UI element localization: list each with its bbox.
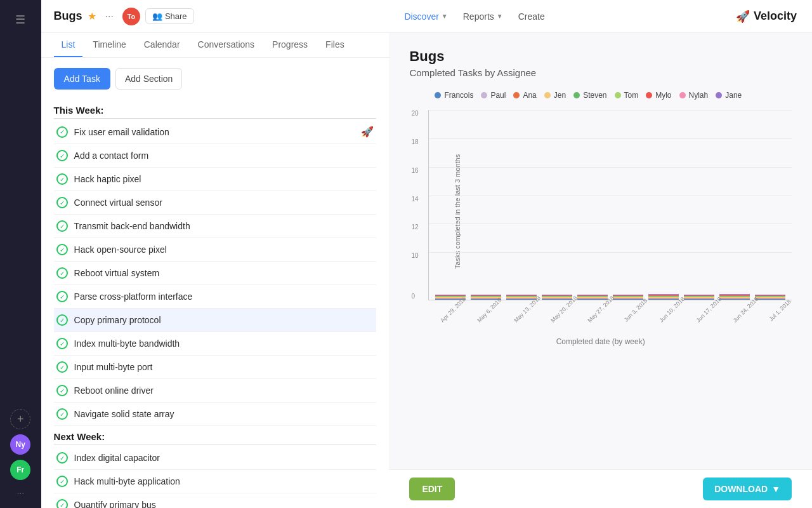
sidebar-more[interactable]: ··· xyxy=(14,485,27,500)
share-button[interactable]: 👥 Share xyxy=(145,8,194,24)
task-item[interactable]: Navigate solid state array xyxy=(54,403,377,426)
tab-calendar[interactable]: Calendar xyxy=(136,33,188,57)
nav-discover[interactable]: Discover ▼ xyxy=(404,11,447,22)
task-label: Reboot virtual system xyxy=(74,268,374,278)
task-item[interactable]: Add a contact form xyxy=(54,144,377,168)
top-bar: Bugs ★ ··· To 👥 Share xyxy=(41,0,390,33)
avatar[interactable]: To xyxy=(122,8,140,25)
task-item[interactable]: Hack open-source pixel xyxy=(54,238,377,262)
task-item[interactable]: Index multi-byte bandwidth xyxy=(54,332,377,356)
legend-dot xyxy=(544,92,551,98)
task-label: Quantify primary bus xyxy=(74,500,374,508)
tab-files[interactable]: Files xyxy=(318,33,352,57)
task-checkbox[interactable] xyxy=(56,220,68,232)
task-checkbox[interactable] xyxy=(56,267,68,279)
task-checkbox[interactable] xyxy=(56,291,68,302)
section-this-week: This Week: xyxy=(54,100,377,119)
more-button[interactable]: ··· xyxy=(102,10,117,23)
bar-group[interactable] xyxy=(719,294,750,300)
task-item[interactable]: Reboot online driver xyxy=(54,379,377,403)
bar-group[interactable] xyxy=(577,295,608,300)
x-axis-label: Apr 29, 2018 xyxy=(440,297,466,323)
bar-group[interactable] xyxy=(755,295,785,300)
task-checkbox[interactable] xyxy=(56,126,68,138)
legend-steven: Steven xyxy=(573,91,606,100)
tab-list[interactable]: List xyxy=(54,33,83,57)
task-checkbox[interactable] xyxy=(56,499,68,508)
task-label: Hack haptic pixel xyxy=(74,174,374,184)
task-checkbox[interactable] xyxy=(56,244,68,255)
task-checkbox[interactable] xyxy=(56,197,68,208)
x-axis-label: Jun 3, 2018 xyxy=(623,297,648,323)
task-checkbox[interactable] xyxy=(56,314,68,326)
section-next-week: Next Week: xyxy=(54,426,377,445)
legend-dot xyxy=(615,92,621,98)
task-checkbox[interactable] xyxy=(56,173,68,185)
sidebar: ☰ + Ny Fr ··· xyxy=(0,0,41,508)
bar-segment xyxy=(542,299,572,300)
sidebar-add-workspace[interactable]: + xyxy=(10,409,30,429)
task-checkbox[interactable] xyxy=(56,385,68,396)
page-title: Bugs xyxy=(54,10,82,23)
discover-chevron-icon: ▼ xyxy=(442,13,448,20)
sidebar-toggle[interactable]: ☰ xyxy=(10,8,30,32)
velocity-brand: 🚀 Velocity xyxy=(736,10,797,23)
task-item[interactable]: Fix user email validation 🚀 xyxy=(54,120,377,144)
task-label: Connect virtual sensor xyxy=(74,197,374,208)
task-label: Input multi-byte port xyxy=(74,362,374,372)
bar-group[interactable] xyxy=(613,295,643,300)
x-axis-label: May 20, 2018 xyxy=(549,297,576,323)
task-item[interactable]: Connect virtual sensor xyxy=(54,191,377,215)
right-top-nav: Discover ▼ Reports ▼ Create 🚀 Velocity xyxy=(389,0,812,33)
task-item[interactable]: Parse cross-platform interface xyxy=(54,285,377,309)
task-label: Navigate solid state array xyxy=(74,409,374,419)
nav-create[interactable]: Create xyxy=(518,11,545,22)
task-item-copy-primary[interactable]: Copy primary protocol xyxy=(54,309,377,332)
left-panel: Bugs ★ ··· To 👥 Share List Timeline Cale… xyxy=(41,0,390,508)
nav-tabs: List Timeline Calendar Conversations Pro… xyxy=(41,33,390,58)
add-section-button[interactable]: Add Section xyxy=(115,68,183,90)
task-item[interactable]: Hack multi-byte application xyxy=(54,470,377,493)
task-checkbox[interactable] xyxy=(56,361,68,373)
sidebar-avatar-fr[interactable]: Fr xyxy=(10,460,30,480)
tab-progress[interactable]: Progress xyxy=(265,33,315,57)
task-checkbox[interactable] xyxy=(56,338,68,349)
bar-group[interactable] xyxy=(542,295,572,300)
task-item[interactable]: Input multi-byte port xyxy=(54,356,377,379)
bar-segment xyxy=(719,299,750,300)
legend-dot xyxy=(435,92,441,98)
bars-container xyxy=(435,110,785,300)
nav-reports[interactable]: Reports ▼ xyxy=(463,11,503,22)
legend-jane: Jane xyxy=(716,91,742,100)
task-item[interactable]: Transmit back-end bandwidth xyxy=(54,215,377,238)
task-label: Parse cross-platform interface xyxy=(74,291,374,302)
x-axis-label: May 6, 2018 xyxy=(476,297,503,323)
x-labels: Apr 29, 2018May 6, 2018May 13, 2018May 2… xyxy=(428,303,792,314)
tab-conversations[interactable]: Conversations xyxy=(190,33,263,57)
bar-group[interactable] xyxy=(684,295,714,300)
edit-button[interactable]: EDIT xyxy=(409,478,455,500)
download-button[interactable]: DOWNLOAD ▼ xyxy=(703,478,792,500)
x-axis-label: Jun 24, 2018 xyxy=(731,297,758,323)
task-checkbox[interactable] xyxy=(56,476,68,487)
add-task-button[interactable]: Add Task xyxy=(54,68,110,90)
tab-timeline[interactable]: Timeline xyxy=(85,33,133,57)
task-label: Fix user email validation xyxy=(74,127,355,137)
task-checkbox[interactable] xyxy=(56,452,68,464)
chart-subtitle: Completed Tasks by Assignee xyxy=(409,67,792,78)
legend-mylo: Mylo xyxy=(646,91,671,100)
task-checkbox[interactable] xyxy=(56,408,68,420)
rocket-icon: 🚀 xyxy=(361,126,374,138)
task-item[interactable]: Hack haptic pixel xyxy=(54,168,377,191)
task-item[interactable]: Reboot virtual system xyxy=(54,262,377,285)
chart-container: Bugs Completed Tasks by Assignee Francoi… xyxy=(389,33,812,469)
task-item[interactable]: Quantify primary bus xyxy=(54,493,377,508)
star-icon[interactable]: ★ xyxy=(88,10,96,22)
bar-group[interactable] xyxy=(648,294,679,300)
task-checkbox[interactable] xyxy=(56,150,68,161)
task-item[interactable]: Index digital capacitor xyxy=(54,446,377,470)
bar-segment xyxy=(684,299,714,300)
legend-dot xyxy=(716,92,722,98)
sidebar-avatar-ny[interactable]: Ny xyxy=(10,434,30,455)
task-list: Add Task Add Section This Week: Fix user… xyxy=(41,58,390,508)
